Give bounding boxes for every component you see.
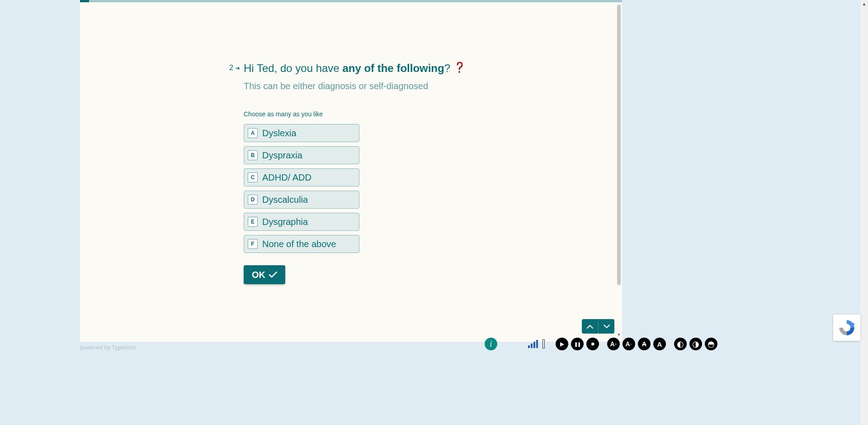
option-c[interactable]: C ADHD/ ADD: [244, 168, 359, 186]
tb-font-increase-button[interactable]: A+: [607, 338, 620, 350]
tb-info-button[interactable]: i: [485, 338, 497, 350]
powered-by[interactable]: powered by Typeform: [80, 344, 137, 351]
choose-hint: Choose as many as you like: [244, 110, 587, 118]
prev-question-button[interactable]: [582, 319, 598, 334]
option-key: E: [248, 217, 258, 227]
question-number-text: 2: [229, 64, 233, 72]
option-label: Dyspraxia: [262, 150, 302, 161]
inner-scroll-thumb[interactable]: [617, 5, 621, 285]
progress-bar: [80, 0, 622, 2]
tb-play-button[interactable]: ▶: [556, 338, 568, 350]
option-label: Dyscalculia: [262, 195, 308, 205]
option-label: Dyslexia: [262, 128, 297, 138]
question-mark-icon: [455, 62, 463, 76]
powered-brand: Typeform: [112, 344, 137, 351]
svg-point-0: [458, 71, 460, 73]
option-key: B: [248, 150, 258, 160]
option-key: C: [248, 172, 258, 182]
tb-contrast-2-button[interactable]: ◑: [689, 338, 702, 350]
tb-font-button[interactable]: A: [653, 338, 666, 350]
option-b[interactable]: B Dyspraxia: [244, 146, 359, 164]
tb-bar-outline-icon: [542, 339, 545, 349]
option-f[interactable]: F None of the above: [244, 235, 359, 253]
options-list: A Dyslexia B Dyspraxia C ADHD/ ADD D Dys…: [244, 124, 587, 253]
question-number: 2 ➔: [229, 64, 240, 72]
arrow-right-icon: ➔: [235, 65, 240, 72]
question-block: 2 ➔ Hi Ted, do you have any of the follo…: [244, 61, 587, 284]
tb-equalizer-icon[interactable]: [528, 340, 538, 348]
tb-pause-button[interactable]: ❚❚: [571, 338, 584, 350]
option-key: F: [248, 239, 258, 249]
ok-button[interactable]: OK: [244, 265, 285, 284]
tb-stop-button[interactable]: ■: [586, 338, 599, 350]
page-scrollbar[interactable]: ▲: [860, 0, 868, 425]
inner-scroll-down-arrow[interactable]: ▼: [617, 332, 621, 337]
page-scroll-up-arrow[interactable]: ▲: [860, 0, 868, 8]
option-label: None of the above: [262, 239, 336, 249]
tb-contrast-1-button[interactable]: ◐: [674, 338, 687, 350]
check-icon: [269, 270, 277, 280]
inner-scrollbar[interactable]: ▼: [616, 5, 622, 337]
progress-fill: [80, 0, 89, 2]
question-title: Hi Ted, do you have any of the following…: [244, 61, 587, 76]
title-suffix: ?: [444, 62, 453, 74]
tb-contrast-3-button[interactable]: ◓: [705, 338, 717, 350]
option-a[interactable]: A Dyslexia: [244, 124, 359, 142]
tb-font-decrease-button[interactable]: A−: [623, 338, 635, 350]
option-key: D: [248, 195, 258, 205]
form-panel: ▼ 2 ➔ Hi Ted, do you have any of the fol…: [80, 0, 622, 342]
tb-font-reset-button[interactable]: A: [638, 338, 651, 350]
recaptcha-icon: [838, 319, 856, 337]
option-label: ADHD/ ADD: [262, 172, 311, 183]
option-label: Dysgraphia: [262, 217, 308, 227]
question-subtext: This can be either diagnosis or self-dia…: [244, 81, 587, 91]
title-bold: any of the following: [342, 62, 444, 74]
nav-buttons: [582, 319, 614, 334]
powered-prefix: powered by: [80, 344, 112, 351]
svg-marker-1: [853, 322, 855, 325]
ok-label: OK: [252, 270, 265, 280]
option-d[interactable]: D Dyscalculia: [244, 191, 359, 209]
title-prefix: Hi Ted, do you have: [244, 62, 342, 74]
option-e[interactable]: E Dysgraphia: [244, 213, 359, 231]
next-question-button[interactable]: [598, 319, 614, 334]
option-key: A: [248, 128, 258, 138]
accessibility-toolbar: i ▶ ❚❚ ■ A+ A− A A ◐ ◑ ◓: [485, 337, 717, 351]
recaptcha-badge[interactable]: [833, 315, 860, 341]
